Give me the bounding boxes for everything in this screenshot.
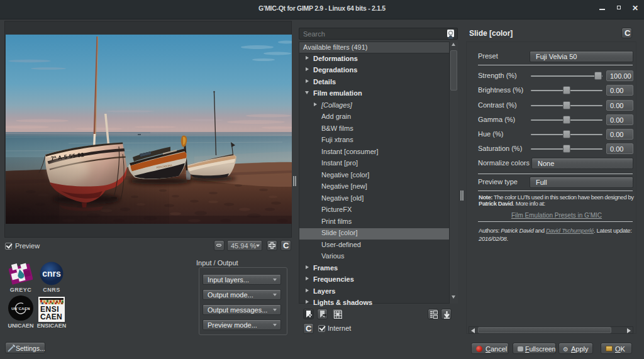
svg-text:UNˉCAEN: UNˉCAEN [11,307,30,311]
svg-text:CAEN: CAEN [40,312,62,321]
svg-text:cnrs: cnrs [42,268,61,279]
